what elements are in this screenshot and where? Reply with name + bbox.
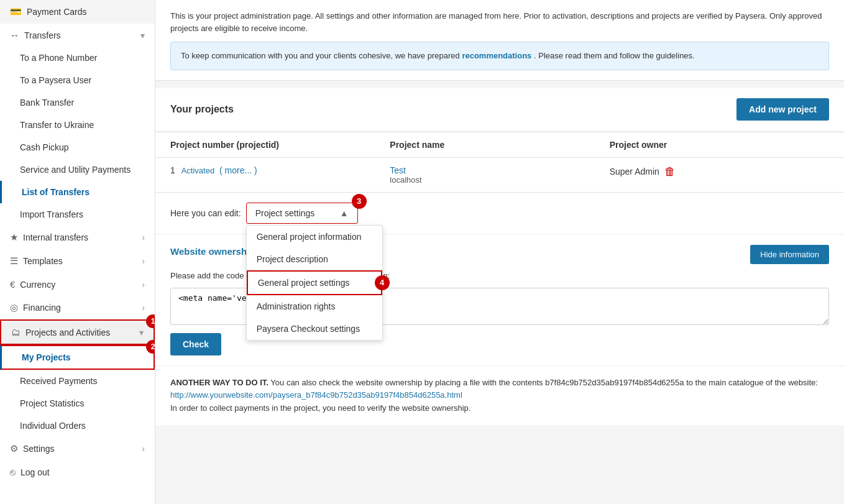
dropdown-arrow-icon: ▲: [340, 208, 349, 218]
projects-title: Your projects: [170, 104, 234, 115]
sidebar-label-transfers: Transfers: [24, 30, 61, 40]
chevron-right-icon-5: ›: [142, 444, 145, 454]
financing-icon: ◎: [10, 302, 18, 313]
sidebar-label-to-phone: To a Phone Number: [20, 53, 98, 63]
another-way-link[interactable]: http://www.yourwebsite.com/paysera_b7f84…: [170, 390, 462, 400]
sidebar-item-settings[interactable]: ⚙ Settings ›: [0, 437, 155, 460]
table-header-row: Project number (projectid) Project name …: [155, 132, 844, 158]
project-admin-info: This is your project administration page…: [155, 0, 844, 81]
project-number-cell: 1 Activated ( more... ): [170, 165, 390, 175]
sidebar: 💳 Payment Cards ↔ Transfers ▾ To a Phone…: [0, 0, 155, 504]
sidebar-item-templates[interactable]: ☰ Templates ›: [0, 249, 155, 273]
sidebar-label-templates: Templates: [23, 256, 63, 266]
dropdown-item-admin-rights[interactable]: Administration rights: [247, 295, 382, 318]
edit-label: Here you can edit:: [170, 208, 241, 218]
sidebar-item-projects-activities[interactable]: 🗂 Projects and Activities ▾ 1: [0, 319, 155, 345]
project-id: 1: [170, 165, 175, 175]
sidebar-label-my-projects: My Projects: [22, 352, 71, 362]
sidebar-label-list-transfers: List of Transfers: [22, 187, 89, 197]
main-content: This is your project administration page…: [155, 0, 844, 504]
chevron-right-icon-4: ›: [142, 303, 145, 313]
sidebar-item-import-transfers[interactable]: Import Transfers: [0, 203, 155, 226]
dropdown-item-general-info[interactable]: General project information: [247, 226, 382, 248]
project-host: localhost: [390, 175, 609, 185]
templates-icon: ☰: [10, 255, 18, 267]
another-way-text1: You can also check the website ownership…: [270, 378, 818, 387]
chevron-right-icon-2: ›: [142, 256, 145, 266]
another-way-section: ANOTHER WAY TO DO IT. You can also check…: [155, 367, 844, 425]
sidebar-item-my-projects[interactable]: My Projects 2: [0, 345, 155, 370]
project-settings-dropdown-menu: General project information Project desc…: [246, 225, 383, 341]
sidebar-label-cash-pickup: Cash Pickup: [20, 142, 69, 152]
step-badge-3: 3: [352, 194, 367, 209]
add-new-project-button[interactable]: Add new project: [736, 98, 829, 121]
dropdown-item-general-settings[interactable]: General project settings 4: [247, 270, 382, 295]
rec-suffix: . Please read them and follow the guidel…: [534, 51, 695, 60]
sidebar-label-to-paysera-user: To a Paysera User: [20, 75, 91, 85]
sidebar-item-to-paysera-user[interactable]: To a Paysera User: [0, 69, 155, 91]
sidebar-label-import-transfers: Import Transfers: [20, 209, 83, 219]
rec-link[interactable]: recommendations: [462, 51, 531, 60]
sidebar-label-received-payments: Received Payments: [20, 376, 98, 386]
sidebar-item-list-transfers[interactable]: List of Transfers: [0, 181, 155, 203]
sidebar-item-internal-transfers[interactable]: ★ Internal transfers ›: [0, 226, 155, 249]
step-badge-1: 1: [146, 314, 155, 328]
desc-prefix: Please add the code: [170, 271, 244, 280]
hide-information-button[interactable]: Hide information: [750, 245, 829, 264]
sidebar-item-project-statistics[interactable]: Project Statistics: [0, 392, 155, 415]
sidebar-item-received-payments[interactable]: Received Payments: [0, 370, 155, 392]
sidebar-item-transfers[interactable]: ↔ Transfers ▾: [0, 24, 155, 47]
sidebar-label-financing: Financing: [23, 303, 61, 313]
table-row: 1 Activated ( more... ) Test localhost S…: [155, 158, 844, 193]
chevron-right-icon-3: ›: [142, 280, 145, 290]
info-text: This is your project administration page…: [170, 10, 829, 34]
sidebar-item-individual-orders[interactable]: Individual Orders: [0, 415, 155, 437]
payment-cards-icon: 💳: [10, 6, 22, 17]
sidebar-item-logout[interactable]: ⎋ Log out: [0, 460, 155, 483]
recommendations-note: To keep communication with you and your …: [170, 42, 829, 70]
sidebar-label-individual-orders: Individual Orders: [20, 421, 86, 431]
delete-project-icon[interactable]: 🗑: [664, 165, 676, 178]
project-name-cell: Test localhost: [390, 165, 609, 185]
sidebar-item-bank-transfer[interactable]: Bank Transfer: [0, 91, 155, 114]
settings-icon: ⚙: [10, 443, 18, 454]
sidebar-item-transfer-ukraine[interactable]: Transfer to Ukraine: [0, 114, 155, 136]
chevron-down-icon-projects: ▾: [139, 328, 144, 337]
transfers-icon: ↔: [10, 30, 19, 40]
logout-icon: ⎋: [10, 467, 16, 477]
step-badge-2: 2: [146, 340, 155, 354]
project-name: Test: [390, 165, 609, 175]
projects-table: Project number (projectid) Project name …: [155, 132, 844, 234]
chevron-down-icon: ▾: [140, 30, 145, 40]
projects-icon: 🗂: [11, 327, 21, 337]
sidebar-label-payment-cards: Payment Cards: [27, 7, 86, 17]
project-settings-dropdown-container: 3 Project settings ▲ General project inf…: [246, 203, 358, 224]
sidebar-item-service-utility[interactable]: Service and Utility Payments: [0, 158, 155, 181]
another-way-bold: ANOTHER WAY TO DO IT.: [170, 378, 268, 387]
sidebar-label-internal-transfers: Internal transfers: [23, 232, 88, 242]
sidebar-item-financing[interactable]: ◎ Financing ›: [0, 296, 155, 319]
project-owner: Super Admin: [610, 167, 659, 176]
edit-header: Here you can edit: 3 Project settings ▲ …: [170, 203, 829, 224]
dropdown-item-paysera-checkout[interactable]: Paysera Checkout settings: [247, 318, 382, 340]
chevron-right-icon: ›: [142, 232, 145, 242]
dropdown-item-description[interactable]: Project description: [247, 248, 382, 270]
sidebar-label-service-utility: Service and Utility Payments: [20, 165, 131, 175]
step-badge-4: 4: [375, 275, 390, 290]
ownership-title: Website ownership: [170, 246, 255, 257]
sidebar-item-currency[interactable]: € Currency ›: [0, 273, 155, 296]
project-owner-cell: Super Admin 🗑: [610, 165, 829, 178]
sidebar-item-payment-cards[interactable]: 💳 Payment Cards: [0, 0, 155, 24]
col-project-owner: Project owner: [610, 140, 829, 150]
project-settings-dropdown-trigger[interactable]: Project settings ▲: [246, 203, 358, 224]
more-link[interactable]: ( more... ): [219, 165, 257, 175]
sidebar-item-cash-pickup[interactable]: Cash Pickup: [0, 136, 155, 158]
sidebar-item-to-phone[interactable]: To a Phone Number: [0, 47, 155, 69]
col-project-number: Project number (projectid): [170, 140, 390, 150]
sidebar-label-project-statistics: Project Statistics: [20, 398, 84, 408]
sidebar-label-projects-activities: Projects and Activities: [25, 328, 110, 337]
dropdown-label: Project settings: [255, 208, 315, 218]
sidebar-label-transfer-ukraine: Transfer to Ukraine: [20, 120, 94, 130]
sidebar-label-settings: Settings: [23, 444, 55, 454]
check-button[interactable]: Check: [170, 333, 221, 355]
